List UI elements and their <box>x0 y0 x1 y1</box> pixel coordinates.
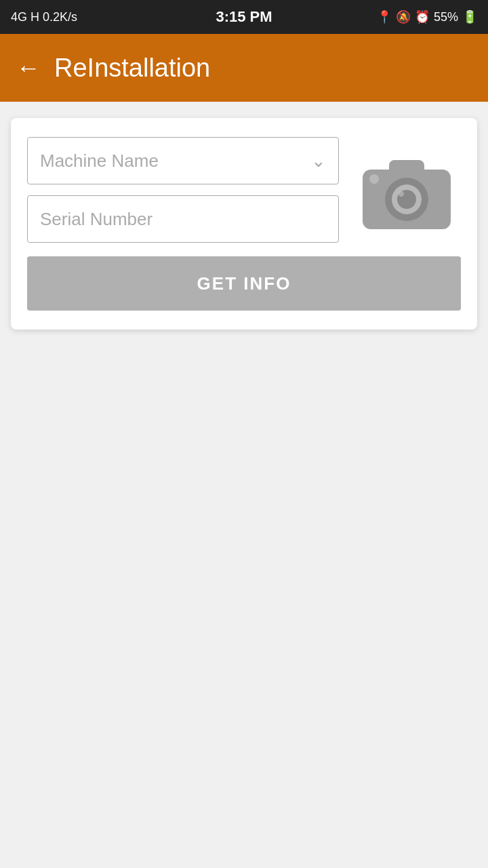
battery-icon: 🔋 <box>462 9 477 24</box>
app-bar: ← ReInstallation <box>0 34 488 102</box>
svg-point-6 <box>369 174 379 184</box>
camera-icon-container[interactable] <box>352 137 461 245</box>
location-icon: 📍 <box>377 9 392 24</box>
main-content: Machine Name ⌄ <box>0 102 488 868</box>
alarm-icon: 🔕 <box>396 9 411 24</box>
back-button[interactable]: ← <box>16 54 41 82</box>
battery-percent: 55% <box>434 10 458 24</box>
svg-point-5 <box>399 191 404 197</box>
chevron-down-icon: ⌄ <box>311 151 326 172</box>
camera-icon <box>359 151 454 232</box>
serial-number-input[interactable] <box>27 195 339 243</box>
status-bar: 4G H 0.2K/s 3:15 PM 📍 🔕 ⏰ 55% 🔋 <box>0 0 488 34</box>
get-info-button[interactable]: GET INFO <box>27 256 461 311</box>
svg-rect-1 <box>389 160 424 175</box>
machine-name-label: Machine Name <box>40 151 159 172</box>
card-top-row: Machine Name ⌄ <box>27 137 461 245</box>
status-bar-left: 4G H 0.2K/s <box>11 10 77 24</box>
status-bar-time: 3:15 PM <box>216 8 272 26</box>
network-info: 4G H 0.2K/s <box>11 10 77 24</box>
machine-name-dropdown[interactable]: Machine Name ⌄ <box>27 137 339 184</box>
clock-icon: ⏰ <box>415 9 430 24</box>
page-title: ReInstallation <box>54 54 210 83</box>
form-card: Machine Name ⌄ <box>11 118 477 330</box>
status-bar-right: 📍 🔕 ⏰ 55% 🔋 <box>377 9 477 24</box>
card-form: Machine Name ⌄ <box>27 137 339 243</box>
